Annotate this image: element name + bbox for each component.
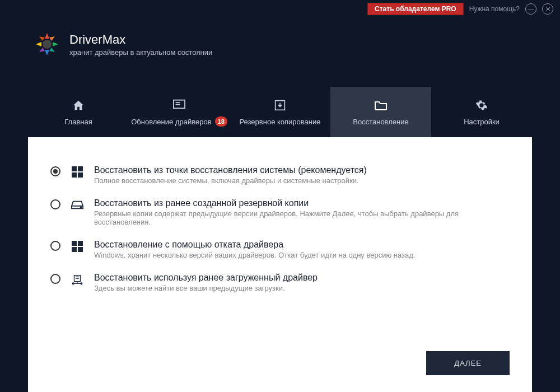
close-icon: ✕ xyxy=(545,6,550,13)
radio[interactable] xyxy=(50,199,60,209)
content-panel: Восстановить из точки восстановления сис… xyxy=(28,137,532,392)
option-title: Восстановить используя ранее загруженный… xyxy=(94,273,318,283)
svg-rect-8 xyxy=(78,172,83,178)
radio[interactable] xyxy=(50,241,60,251)
minimize-icon: — xyxy=(528,6,534,12)
option-title: Восстановить из точки восстановления сис… xyxy=(94,165,367,175)
option-desc: Windows, хранит несколько версий ваших д… xyxy=(94,251,415,259)
tab-settings[interactable]: Настройки xyxy=(431,87,532,137)
folder-icon xyxy=(374,99,388,112)
option-restore-point[interactable]: Восстановить из точки восстановления сис… xyxy=(50,165,510,185)
svg-rect-13 xyxy=(72,247,77,252)
option-desc: Полное восстановление системы, включая д… xyxy=(94,176,367,185)
list-icon xyxy=(172,97,186,111)
network-driver-icon xyxy=(71,273,84,286)
pro-button[interactable]: Стать обладателем PRO xyxy=(367,3,464,15)
radio-selected[interactable] xyxy=(50,166,60,176)
option-rollback[interactable]: Восстановление с помощью отката драйвера… xyxy=(50,240,510,259)
next-button[interactable]: ДАЛЕЕ xyxy=(426,351,510,375)
download-icon xyxy=(273,99,287,112)
svg-rect-12 xyxy=(78,241,83,246)
tab-updates[interactable]: Обновление драйверов18 xyxy=(129,87,230,137)
option-downloaded[interactable]: Восстановить используя ранее загруженный… xyxy=(50,273,510,292)
gear-icon xyxy=(475,99,488,112)
svg-point-21 xyxy=(81,283,82,284)
tab-restore[interactable]: Восстановление xyxy=(330,87,431,137)
windows-icon xyxy=(71,240,84,253)
help-link[interactable]: Нужна помощь? xyxy=(469,5,520,13)
option-desc: Здесь вы можете найти все ваши предыдущи… xyxy=(94,284,318,292)
option-title: Восстановить из ранее созданной резервно… xyxy=(94,198,510,208)
brand-title: DriverMax xyxy=(69,32,212,47)
updates-badge: 18 xyxy=(215,116,227,127)
svg-rect-14 xyxy=(78,247,83,252)
nav-tabs: Главная Обновление драйверов18 Резервное… xyxy=(28,87,532,137)
svg-rect-11 xyxy=(72,241,77,246)
tab-backup[interactable]: Резервное копирование xyxy=(230,87,330,137)
radio[interactable] xyxy=(50,274,60,284)
tab-label: Восстановление xyxy=(353,118,408,126)
svg-point-20 xyxy=(72,283,74,284)
app-logo-icon xyxy=(34,31,60,58)
svg-rect-5 xyxy=(72,166,77,171)
windows-icon xyxy=(71,165,84,179)
tab-home[interactable]: Главная xyxy=(28,87,129,137)
svg-point-10 xyxy=(81,207,82,208)
brand-subtitle: хранит драйверы в актуальном состоянии xyxy=(69,48,212,57)
svg-rect-6 xyxy=(78,166,83,171)
home-icon xyxy=(72,99,85,112)
option-backup[interactable]: Восстановить из ранее созданной резервно… xyxy=(50,198,510,226)
svg-point-0 xyxy=(43,40,52,49)
option-desc: Резервные копии содержат предыдущие верс… xyxy=(94,209,510,226)
disk-icon xyxy=(71,198,84,212)
close-button[interactable]: ✕ xyxy=(542,3,553,15)
tab-label: Резервное копирование xyxy=(240,118,321,126)
tab-label: Обновление драйверов xyxy=(131,118,211,126)
svg-rect-7 xyxy=(72,172,77,178)
tab-label: Настройки xyxy=(464,118,500,126)
option-title: Восстановление с помощью отката драйвера xyxy=(94,240,415,250)
minimize-button[interactable]: — xyxy=(525,3,536,15)
app-header: DriverMax хранит драйверы в актуальном с… xyxy=(34,31,212,58)
tab-label: Главная xyxy=(64,118,92,126)
